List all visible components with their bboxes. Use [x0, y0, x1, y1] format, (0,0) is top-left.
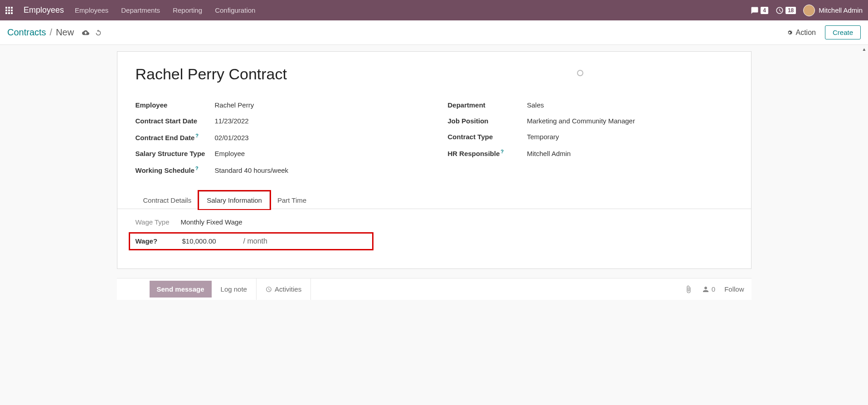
activity-badge: 18 [786, 7, 796, 14]
value-wage[interactable]: $10,000.00 [182, 237, 216, 245]
label-wage: Wage? [136, 237, 182, 245]
label-job-position: Job Position [448, 117, 527, 125]
discuss-badge: 4 [761, 7, 768, 14]
action-label: Action [796, 29, 816, 37]
wage-unit: / month [243, 237, 267, 245]
label-wage-type: Wage Type [136, 218, 181, 226]
app-name[interactable]: Employees [24, 5, 64, 15]
value-end-date[interactable]: 02/01/2023 [215, 134, 249, 142]
log-note-button[interactable]: Log note [212, 278, 257, 300]
help-icon[interactable]: ? [195, 133, 199, 138]
follower-number: 0 [712, 285, 715, 293]
value-job-position[interactable]: Marketing and Community Manager [527, 117, 635, 125]
activities-button[interactable]: Activities [257, 278, 311, 300]
apps-icon[interactable] [5, 7, 13, 14]
help-icon[interactable]: ? [501, 149, 504, 154]
action-button[interactable]: Action [786, 29, 816, 37]
label-working-schedule: Working Schedule? [136, 166, 215, 174]
user-menu[interactable]: Mitchell Admin [803, 5, 863, 16]
label-contract-type: Contract Type [448, 133, 527, 141]
label-end-date: Contract End Date? [136, 133, 215, 142]
discard-icon[interactable] [95, 29, 102, 36]
tab-contract-details[interactable]: Contract Details [136, 191, 199, 209]
help-icon[interactable]: ? [153, 237, 157, 245]
follower-count[interactable]: 0 [702, 285, 715, 293]
scrollbar-up-arrow[interactable]: ▲ [861, 46, 867, 52]
create-button[interactable]: Create [825, 25, 861, 39]
nav-employees[interactable]: Employees [75, 6, 108, 14]
wage-highlight: Wage? $10,000.00 / month [129, 232, 373, 250]
attachment-icon[interactable] [684, 285, 693, 293]
activity-notification[interactable]: 18 [776, 6, 796, 15]
value-start-date[interactable]: 11/23/2022 [215, 117, 249, 125]
person-icon [702, 285, 710, 293]
cloud-save-icon[interactable] [82, 29, 89, 36]
clock-icon [266, 286, 272, 293]
avatar [803, 5, 815, 16]
page-title: Rachel Perry Contract [136, 65, 733, 83]
label-employee: Employee [136, 101, 215, 109]
activities-label: Activities [275, 285, 301, 293]
breadcrumb: Contracts / New [7, 27, 102, 38]
gear-icon [786, 29, 793, 36]
value-salary-structure[interactable]: Employee [215, 150, 245, 157]
value-employee[interactable]: Rachel Perry [215, 101, 254, 109]
kanban-state-dot[interactable] [577, 70, 583, 76]
label-department: Department [448, 101, 527, 109]
nav-departments[interactable]: Departments [121, 6, 160, 14]
send-message-button[interactable]: Send message [150, 281, 212, 298]
clock-icon [776, 6, 784, 15]
tab-salary-information[interactable]: Salary Information [199, 191, 270, 209]
help-icon[interactable]: ? [195, 166, 199, 171]
breadcrumb-current: New [56, 27, 74, 38]
value-contract-type[interactable]: Temporary [527, 133, 559, 141]
form-card: Rachel Perry Contract Employee Rachel Pe… [117, 51, 752, 269]
chat-icon [751, 6, 759, 15]
value-wage-type[interactable]: Monthly Fixed Wage [181, 218, 242, 226]
label-start-date: Contract Start Date [136, 117, 215, 125]
value-department[interactable]: Sales [527, 101, 544, 109]
nav-configuration[interactable]: Configuration [215, 6, 255, 14]
username: Mitchell Admin [819, 6, 863, 14]
follow-button[interactable]: Follow [724, 285, 744, 293]
label-salary-structure: Salary Structure Type [136, 150, 215, 157]
value-hr-responsible[interactable]: Mitchell Admin [527, 150, 571, 157]
tab-part-time[interactable]: Part Time [270, 191, 314, 209]
label-hr-responsible: HR Responsible? [448, 149, 527, 157]
breadcrumb-contracts[interactable]: Contracts [7, 27, 46, 38]
breadcrumb-separator: / [50, 27, 53, 38]
discuss-notification[interactable]: 4 [751, 6, 768, 15]
value-working-schedule[interactable]: Standard 40 hours/week [215, 166, 289, 174]
nav-reporting[interactable]: Reporting [173, 6, 202, 14]
